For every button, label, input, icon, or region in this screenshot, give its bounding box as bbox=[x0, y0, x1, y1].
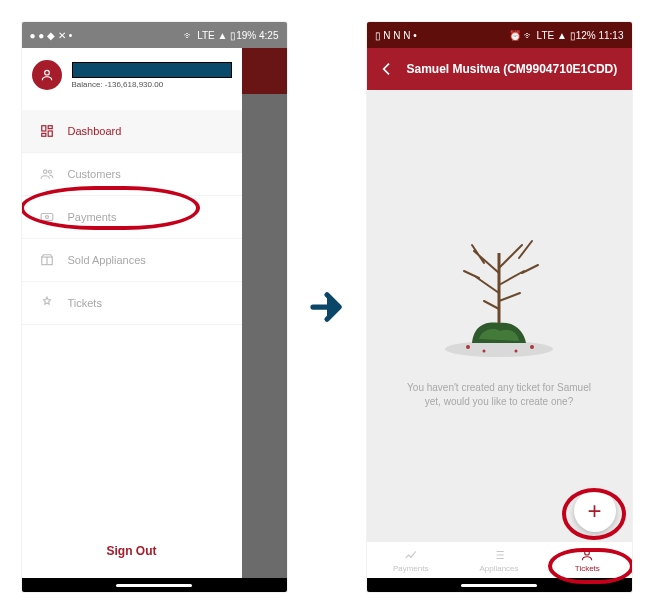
drawer-scrim[interactable] bbox=[242, 48, 287, 578]
svg-point-12 bbox=[530, 345, 534, 349]
page-title: Samuel Musitwa (CM9904710E1CDD) bbox=[407, 62, 618, 76]
back-icon[interactable] bbox=[379, 61, 395, 77]
status-left-icons: ● ● ◆ ✕ • bbox=[30, 30, 73, 41]
menu-label: Tickets bbox=[68, 297, 102, 309]
menu-dashboard[interactable]: Dashboard bbox=[22, 110, 242, 153]
svg-rect-1 bbox=[41, 126, 45, 131]
svg-point-0 bbox=[44, 70, 49, 75]
bottom-nav: Payments Appliances Tickets bbox=[367, 542, 632, 578]
svg-rect-2 bbox=[48, 126, 52, 129]
menu-label: Dashboard bbox=[68, 125, 122, 137]
payments-icon bbox=[40, 210, 54, 224]
empty-tree-illustration bbox=[424, 223, 574, 363]
fab-add-ticket[interactable]: + bbox=[574, 490, 616, 532]
empty-state-text: You haven't created any ticket for Samue… bbox=[367, 381, 632, 409]
menu-sold-appliances[interactable]: Sold Appliances bbox=[22, 239, 242, 282]
scrim-appbar bbox=[242, 48, 287, 94]
ticket-icon bbox=[40, 296, 54, 310]
profile-header[interactable]: Balance: -136,618,930.00 bbox=[22, 48, 242, 94]
balance-label: Balance: -136,618,930.00 bbox=[72, 80, 232, 89]
svg-rect-3 bbox=[48, 131, 52, 136]
statusbar-left: ● ● ◆ ✕ • ᯤ LTE ▲ ▯19% 4:25 bbox=[22, 22, 287, 48]
tab-label: Payments bbox=[393, 564, 429, 573]
menu-customers[interactable]: Customers bbox=[22, 153, 242, 196]
redacted-name bbox=[72, 62, 232, 78]
svg-point-10 bbox=[445, 341, 553, 357]
appbar: Samuel Musitwa (CM9904710E1CDD) bbox=[367, 48, 632, 90]
status-left-icons: ▯ N N N • bbox=[375, 30, 417, 41]
status-right-icons: ᯤ LTE ▲ ▯19% 4:25 bbox=[184, 30, 278, 41]
chart-icon bbox=[404, 548, 418, 562]
box-icon bbox=[40, 253, 54, 267]
svg-point-15 bbox=[585, 550, 590, 555]
menu-list: Dashboard Customers Payments bbox=[22, 110, 242, 530]
svg-point-6 bbox=[48, 170, 51, 173]
svg-point-14 bbox=[515, 350, 518, 353]
customers-icon bbox=[40, 167, 54, 181]
tab-label: Tickets bbox=[575, 564, 600, 573]
list-icon bbox=[492, 548, 506, 562]
person-icon bbox=[40, 68, 54, 82]
sign-out-button[interactable]: Sign Out bbox=[22, 530, 242, 578]
person-icon bbox=[580, 548, 594, 562]
tab-payments[interactable]: Payments bbox=[367, 542, 455, 578]
menu-tickets[interactable]: Tickets bbox=[22, 282, 242, 325]
statusbar-right: ▯ N N N • ⏰ ᯤ LTE ▲ ▯12% 11:13 bbox=[367, 22, 632, 48]
avatar bbox=[32, 60, 62, 90]
svg-point-5 bbox=[43, 170, 47, 174]
tab-tickets[interactable]: Tickets bbox=[543, 542, 631, 578]
menu-label: Sold Appliances bbox=[68, 254, 146, 266]
dashboard-icon bbox=[40, 124, 54, 138]
arrow-icon bbox=[305, 285, 349, 329]
tab-label: Appliances bbox=[479, 564, 518, 573]
phone-drawer-screen: ● ● ◆ ✕ • ᯤ LTE ▲ ▯19% 4:25 Balance: -13… bbox=[22, 22, 287, 592]
phone-tickets-screen: ▯ N N N • ⏰ ᯤ LTE ▲ ▯12% 11:13 Samuel Mu… bbox=[367, 22, 632, 592]
menu-label: Customers bbox=[68, 168, 121, 180]
svg-point-8 bbox=[45, 216, 48, 219]
empty-state: You haven't created any ticket for Samue… bbox=[367, 90, 632, 542]
svg-point-11 bbox=[466, 345, 470, 349]
menu-payments[interactable]: Payments bbox=[22, 196, 242, 239]
svg-rect-7 bbox=[41, 214, 53, 221]
menu-label: Payments bbox=[68, 211, 117, 223]
home-indicator[interactable] bbox=[22, 578, 287, 592]
tab-appliances[interactable]: Appliances bbox=[455, 542, 543, 578]
nav-drawer: Balance: -136,618,930.00 Dashboard Custo… bbox=[22, 48, 242, 578]
svg-rect-4 bbox=[41, 133, 45, 136]
svg-point-13 bbox=[483, 350, 486, 353]
status-right-icons: ⏰ ᯤ LTE ▲ ▯12% 11:13 bbox=[509, 30, 623, 41]
home-indicator[interactable] bbox=[367, 578, 632, 592]
